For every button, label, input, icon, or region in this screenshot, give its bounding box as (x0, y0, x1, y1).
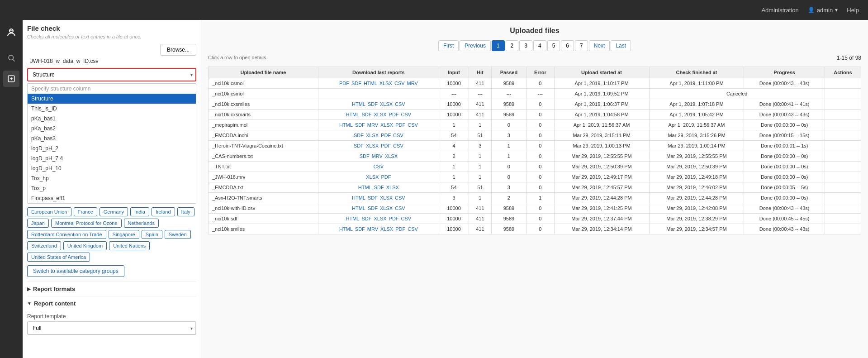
download-link-mrv[interactable]: MRV (367, 226, 378, 232)
download-link-xlsx[interactable]: XLSX (380, 205, 393, 211)
tag-ireland[interactable]: Ireland (152, 207, 175, 216)
download-link-sdf[interactable]: SDF (368, 101, 378, 107)
download-link-mrv[interactable]: MRV (367, 122, 378, 128)
download-link-csv[interactable]: CSV (408, 226, 418, 232)
download-link-html[interactable]: HTML (346, 112, 360, 117)
page-button-3[interactable]: 3 (519, 40, 532, 51)
tag-sweden[interactable]: Sweden (165, 230, 191, 239)
download-link-xlsx[interactable]: XLSX (366, 143, 379, 148)
download-link-csv[interactable]: CSV (394, 81, 405, 86)
download-link-sdf[interactable]: SDF (355, 122, 365, 128)
table-row[interactable]: _Heroin-TNT-Viagra-Cocaine.txtSDFXLSXPDF… (209, 141, 861, 151)
download-link-html[interactable]: HTML (352, 195, 365, 200)
page-button-7[interactable]: 7 (575, 40, 588, 51)
download-link-html[interactable]: HTML (352, 101, 365, 107)
download-link-xlsx[interactable]: XLSX (374, 112, 386, 117)
download-link-pdf[interactable]: PDF (389, 216, 399, 221)
administration-link[interactable]: Administration (761, 7, 798, 14)
download-link-xlsx[interactable]: XLSX (380, 101, 393, 107)
dropdown-item-logd-ph74[interactable]: logD_pH_7.4 (28, 153, 196, 163)
download-link-xlsx[interactable]: XLSX (366, 133, 379, 138)
download-link-html[interactable]: HTML (352, 205, 365, 211)
dropdown-item-logd-ph10[interactable]: logD_pH_10 (28, 163, 196, 173)
download-link-csv[interactable]: CSV (401, 216, 412, 221)
dropdown-item-pka-bas3[interactable]: pKa_bas3 (28, 134, 196, 143)
dropdown-item-this-is-id[interactable]: This_is_ID (28, 104, 196, 114)
last-page-button[interactable]: Last (611, 40, 631, 51)
download-link-pdf[interactable]: PDF (381, 174, 391, 180)
download-link-xlsx[interactable]: XLSX (385, 153, 398, 159)
tag-switzerland[interactable]: Switzerland (27, 241, 61, 250)
download-link-xlsx[interactable]: XLSX (380, 226, 393, 232)
page-button-6[interactable]: 6 (561, 40, 574, 51)
download-link-sdf[interactable]: SDF (354, 143, 364, 148)
next-page-button[interactable]: Next (589, 40, 610, 51)
tag-netherlands[interactable]: Netherlands (124, 219, 159, 228)
download-link-html[interactable]: HTML (358, 185, 372, 190)
download-link-pdf[interactable]: PDF (395, 226, 405, 232)
download-link-xlsx[interactable]: XLSX (379, 81, 392, 86)
tag-germany[interactable]: Germany (100, 207, 128, 216)
download-link-xlsx[interactable]: XLSX (366, 174, 379, 180)
previous-page-button[interactable]: Previous (460, 40, 491, 51)
first-page-button[interactable]: First (438, 40, 459, 51)
download-link-csv[interactable]: CSV (408, 122, 418, 128)
download-link-csv[interactable]: CSV (395, 205, 405, 211)
tag-japan[interactable]: Japan (27, 219, 49, 228)
download-link-csv[interactable]: CSV (395, 195, 405, 200)
download-link-pdf[interactable]: PDF (389, 112, 399, 117)
table-row[interactable]: _Asx-H2O-TNT.smartsHTMLSDFXLSXCSV3121Mar… (209, 193, 861, 203)
tag-singapore[interactable]: Singapore (109, 230, 139, 239)
download-link-pdf[interactable]: PDF (339, 81, 349, 86)
table-row[interactable]: _nci10k.csmol------------Apr 1, 2019, 1:… (209, 89, 861, 99)
table-row[interactable]: _nci10k.smilesHTMLSDFMRVXLSXPDFCSV100004… (209, 224, 861, 234)
browse-button[interactable]: Browse... (160, 44, 196, 56)
upload-sidebar-icon[interactable] (3, 71, 19, 87)
dropdown-item-structure[interactable]: Structure (28, 94, 196, 104)
page-button-2[interactable]: 2 (506, 40, 519, 51)
download-link-xlsx[interactable]: XLSX (386, 185, 399, 190)
tag-france[interactable]: France (74, 207, 97, 216)
page-button-1[interactable]: 1 (492, 40, 505, 51)
download-link-xlsx[interactable]: XLSX (374, 216, 386, 221)
tag-united-kingdom[interactable]: United Kingdom (63, 241, 107, 250)
admin-menu[interactable]: 👤 admin ▾ (808, 7, 838, 14)
table-row[interactable]: _EMCDDA.inchiSDFXLSXPDFCSV545130Mar 29, … (209, 130, 861, 141)
download-link-csv[interactable]: CSV (393, 143, 403, 148)
table-row[interactable]: _nci10k.csmolPDFSDFHTMLXLSXCSVMRV1000041… (209, 78, 861, 89)
dropdown-item-placeholder[interactable]: Specify structure column (28, 84, 196, 94)
page-button-4[interactable]: 4 (533, 40, 546, 51)
switch-category-button[interactable]: Switch to available category groups (27, 265, 124, 277)
table-row[interactable]: _CAS-numbers.txtSDFMRVXLSX2110Mar 29, 20… (209, 151, 861, 162)
tag-spain[interactable]: Spain (142, 230, 162, 239)
download-link-csv[interactable]: CSV (401, 112, 412, 117)
report-content-section[interactable]: ▼ Report content (27, 296, 196, 310)
tag-european-union[interactable]: European Union (27, 207, 71, 216)
app-logo[interactable] (3, 24, 19, 41)
report-template-select[interactable]: Full (27, 321, 196, 335)
download-link-sdf[interactable]: SDF (361, 216, 371, 221)
download-link-sdf[interactable]: SDF (368, 195, 378, 200)
download-link-sdf[interactable]: SDF (354, 133, 364, 138)
download-link-html[interactable]: HTML (339, 226, 353, 232)
table-row[interactable]: _nci10k.cxsmartsHTMLSDFXLSXPDFCSV1000041… (209, 110, 861, 120)
dropdown-item-logd-ph2[interactable]: logD_pH_2 (28, 143, 196, 153)
dropdown-item-pka-bas2[interactable]: pKa_bas2 (28, 124, 196, 134)
table-row[interactable]: _nci10k-with-ID.csvHTMLSDFXLSXCSV1000041… (209, 203, 861, 214)
download-link-sdf[interactable]: SDF (374, 185, 384, 190)
download-link-sdf[interactable]: SDF (355, 226, 365, 232)
dropdown-item-tox-hp[interactable]: Tox_hp (28, 173, 196, 183)
download-link-html[interactable]: HTML (339, 122, 353, 128)
tag-india[interactable]: India (130, 207, 149, 216)
download-link-csv[interactable]: CSV (393, 133, 403, 138)
tag-united-states[interactable]: United States of America (27, 253, 90, 262)
dropdown-item-tox-p[interactable]: Tox_p (28, 183, 196, 193)
structure-column-select[interactable]: Specify structure column Structure This_… (27, 68, 196, 81)
download-link-csv[interactable]: CSV (374, 164, 384, 169)
tag-united-nations[interactable]: United Nations (109, 241, 150, 250)
report-template-dropdown[interactable]: Full ▾ (27, 321, 196, 335)
search-sidebar-icon[interactable] (3, 50, 19, 66)
table-row[interactable]: _JWH-018.mrvXLSXPDF1100Mar 29, 2019, 12:… (209, 172, 861, 182)
table-row[interactable]: _TNT.txtCSV1100Mar 29, 2019, 12:50:39 PM… (209, 162, 861, 172)
tag-italy[interactable]: Italy (177, 207, 194, 216)
